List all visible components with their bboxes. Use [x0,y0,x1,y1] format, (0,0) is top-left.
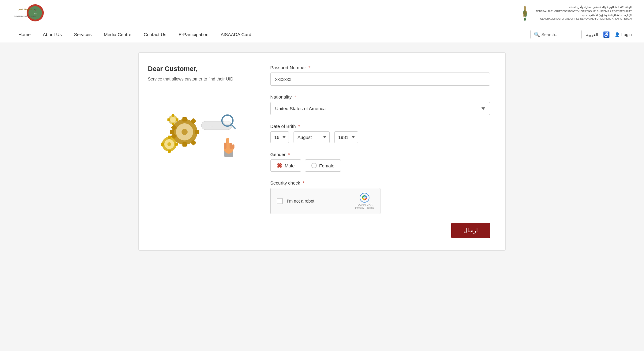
svg-rect-39 [224,143,227,149]
svg-rect-10 [182,117,187,121]
nav-link-services[interactable]: Services [68,26,98,43]
gender-options: Male Female [270,159,490,172]
nationality-select[interactable]: United States of America United Arab Emi… [270,102,490,115]
nav-link-aisaada[interactable]: AlSAADA Card [215,26,257,43]
gender-male-option[interactable]: Male [270,159,301,172]
search-box[interactable]: 🔍 [530,30,582,39]
authority-text: الهيئة الاتحادية للهوية والجنسية والجمار… [536,5,632,21]
illustration-area: ...... [148,91,245,170]
recaptcha-label: I'm not a robot [287,199,314,204]
greeting-heading: Dear Customer, [148,65,245,73]
dob-day-select[interactable]: 16 12 34 515 1731 [270,131,289,143]
nav-item-eparticipation[interactable]: E-Participation [173,26,215,43]
navbar: Home About Us Services Media Centre Cont… [0,26,644,43]
authority-logo: الهيئة الاتحادية للهوية والجنسية والجمار… [517,4,632,22]
recaptcha-box[interactable]: I'm not a robot reCAPTCHA Privacy - [270,188,380,214]
service-description: Service that allows customer to find the… [148,77,245,81]
svg-rect-23 [175,143,178,146]
recaptcha-logo-icon [360,193,369,203]
nav-link-home[interactable]: Home [12,26,37,43]
dob-year-select[interactable]: 1979 1980 1981 1982 1983 [334,131,358,143]
svg-text:GOVERNMENT OF DUBAI: GOVERNMENT OF DUBAI [14,15,36,17]
nav-links: Home About Us Services Media Centre Cont… [12,26,257,43]
nationality-label: Nationality * [270,94,490,99]
nav-link-eparticipation[interactable]: E-Participation [173,26,215,43]
nav-item-aisaada[interactable]: AlSAADA Card [215,26,257,43]
svg-point-26 [170,117,176,122]
svg-rect-30 [167,118,170,121]
submit-button[interactable]: ارسال [451,223,490,238]
gender-label: Gender * [270,152,490,157]
nav-item-about[interactable]: About Us [37,26,68,43]
submit-row: ارسال [270,223,490,238]
nav-item-home[interactable]: Home [12,26,37,43]
dubai-gov-logo-svg: 🦅 UAE حكومة دبـي GOVERNMENT OF DUBAI [12,3,52,23]
security-required: * [303,180,305,185]
gender-required: * [288,152,290,157]
right-panel: Passport Number * Nationality * United S… [255,53,505,250]
user-icon: 👤 [615,32,620,37]
svg-rect-13 [170,130,174,134]
search-icon: 🔍 [534,32,540,37]
recaptcha-left: I'm not a robot [277,198,314,204]
nationality-required: * [294,94,296,99]
accessibility-icon[interactable]: ♿ [603,31,610,38]
security-group: Security check * I'm not a robot [270,180,490,214]
gender-female-option[interactable]: Female [305,159,341,172]
nav-link-about[interactable]: About Us [37,26,68,43]
svg-text:......: ...... [208,124,214,128]
nav-link-contact[interactable]: Contact Us [137,26,172,43]
svg-rect-24 [161,143,164,146]
recaptcha-right: reCAPTCHA Privacy - Terms [355,193,374,209]
dob-required: * [298,124,300,129]
page-header: 🦅 UAE حكومة دبـي GOVERNMENT OF DUBAI اله… [0,0,644,26]
gender-group: Gender * Male Female [270,152,490,172]
svg-rect-41 [232,144,234,149]
header-logos: 🦅 UAE حكومة دبـي GOVERNMENT OF DUBAI [12,3,52,23]
svg-rect-12 [195,130,199,134]
svg-rect-11 [182,142,187,147]
main-content: Dear Customer, Service that allows custo… [138,52,506,251]
recaptcha-brand-text: reCAPTCHA Privacy - Terms [355,203,374,209]
male-radio-outer [277,163,282,168]
dob-month-select[interactable]: January February March April May June Ju… [294,131,330,143]
passport-input[interactable] [270,73,490,86]
dob-label: Date of Brith * [270,124,490,129]
female-radio-outer [311,163,317,168]
passport-required: * [309,65,310,70]
svg-text:🦅: 🦅 [34,9,37,11]
male-label: Male [285,163,295,168]
svg-rect-29 [176,118,178,121]
passport-label: Passport Number * [270,65,490,70]
recaptcha-checkbox[interactable] [277,198,283,204]
nav-item-services[interactable]: Services [68,26,98,43]
authority-logo-icon [517,4,534,22]
female-label: Female [319,163,335,168]
dob-row: 16 12 34 515 1731 January February March… [270,131,490,143]
dubai-gov-logo: 🦅 UAE حكومة دبـي GOVERNMENT OF DUBAI [12,3,52,23]
left-panel: Dear Customer, Service that allows custo… [139,53,255,250]
security-label: Security check * [270,180,490,185]
svg-text:UAE: UAE [34,13,37,15]
svg-rect-22 [168,150,171,153]
dob-group: Date of Brith * 16 12 34 515 1731 Januar… [270,124,490,143]
svg-rect-21 [168,136,171,139]
search-input[interactable] [541,32,578,37]
male-radio-inner [278,164,281,167]
svg-point-20 [167,142,171,146]
svg-rect-28 [172,123,174,125]
svg-point-34 [224,117,231,124]
svg-rect-40 [230,143,232,149]
svg-rect-38 [226,138,229,147]
nav-item-contact[interactable]: Contact Us [137,26,172,43]
nationality-group: Nationality * United States of America U… [270,94,490,115]
language-toggle[interactable]: العربية [586,32,598,37]
login-button[interactable]: 👤 Login [615,32,632,37]
svg-rect-27 [172,114,174,117]
nav-link-media[interactable]: Media Centre [98,26,137,43]
illustration-svg: ...... [154,97,240,164]
svg-text:حكومة دبـي: حكومة دبـي [18,7,32,11]
svg-point-9 [182,129,188,135]
nav-item-media[interactable]: Media Centre [98,26,137,43]
passport-group: Passport Number * [270,65,490,86]
